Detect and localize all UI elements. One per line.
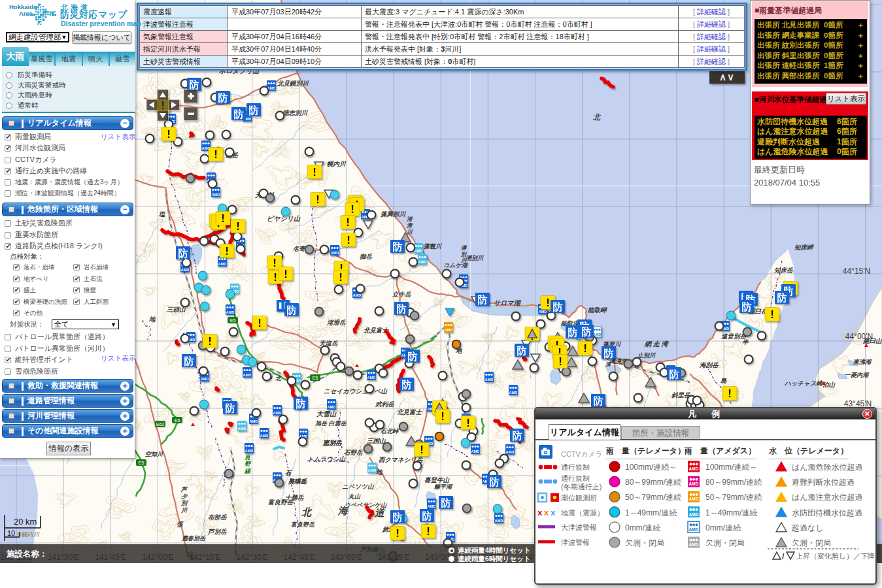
- svg-text:E5: E5: [313, 376, 318, 380]
- svg-text:防: 防: [670, 368, 679, 380]
- svg-text:東沸湖: 東沸湖: [853, 359, 872, 365]
- svg-text:E62: E62: [156, 422, 165, 427]
- svg-text:AMD: AMD: [506, 450, 515, 454]
- svg-text:防: 防: [397, 303, 407, 314]
- svg-text:防: 防: [742, 301, 752, 312]
- svg-text:知床岬: 知床岬: [794, 244, 814, 251]
- svg-text:防: 防: [582, 326, 592, 337]
- svg-text:AMD: AMD: [212, 193, 220, 197]
- svg-text:!: !: [347, 234, 350, 246]
- svg-text:防: 防: [393, 512, 403, 523]
- svg-text:AMD: AMD: [250, 419, 258, 423]
- svg-text:大雪山: 大雪山: [316, 410, 337, 417]
- svg-text:AMD: AMD: [445, 328, 453, 332]
- svg-text:!: !: [728, 387, 732, 400]
- svg-text:防: 防: [287, 304, 297, 316]
- svg-text:藻鼈川: 藻鼈川: [423, 243, 442, 250]
- svg-text:島: 島: [721, 377, 727, 384]
- svg-text:石北峠: 石北峠: [381, 428, 399, 434]
- svg-text:E5: E5: [230, 318, 236, 323]
- svg-text:AMD: AMD: [245, 449, 254, 453]
- svg-text:E5: E5: [175, 418, 180, 423]
- svg-text:!: !: [167, 128, 171, 140]
- svg-text:止別川: 止別川: [637, 352, 656, 359]
- svg-text:AMD: AMD: [331, 251, 339, 255]
- svg-text:x: x: [551, 508, 556, 517]
- svg-text:防: 防: [490, 476, 500, 487]
- svg-text:!: !: [426, 525, 430, 538]
- svg-text:AMD: AMD: [273, 411, 282, 415]
- svg-text:藻興部川: 藻興部川: [380, 210, 407, 218]
- svg-text:防: 防: [777, 292, 787, 303]
- svg-text:防: 防: [226, 402, 235, 414]
- svg-text:!: !: [420, 444, 424, 456]
- svg-text:44°00'N: 44°00'N: [845, 332, 873, 341]
- svg-text:張: 張: [177, 521, 184, 528]
- svg-text:防: 防: [402, 379, 412, 390]
- svg-text:AMD: AMD: [353, 293, 362, 297]
- svg-text:十勝岳: 十勝岳: [285, 494, 305, 501]
- svg-text:!: !: [313, 166, 316, 178]
- svg-text:AMD: AMD: [201, 377, 209, 381]
- svg-text:網 走 湾: 網 走 湾: [644, 340, 670, 348]
- svg-text:44°15'N: 44°15'N: [843, 267, 870, 276]
- svg-text:x: x: [537, 508, 543, 517]
- svg-text:AMD: AMD: [471, 449, 480, 453]
- svg-text:北: 北: [301, 506, 313, 517]
- svg-text:防: 防: [218, 92, 228, 103]
- svg-text:E5: E5: [139, 461, 144, 465]
- svg-text:塩: 塩: [158, 210, 166, 218]
- svg-text:AMD: AMD: [689, 482, 699, 486]
- svg-text:!: !: [558, 355, 562, 368]
- svg-text:滑: 滑: [406, 222, 413, 229]
- svg-text:!: !: [258, 317, 262, 329]
- svg-text:芦別岳: 芦別岳: [207, 528, 228, 535]
- svg-text:川: 川: [180, 507, 188, 514]
- svg-text:海: 海: [337, 505, 349, 516]
- svg-text:!: !: [316, 193, 320, 206]
- svg-text:天塩岳: 天塩岳: [318, 340, 339, 347]
- svg-text:!: !: [273, 257, 277, 269]
- svg-text:一菱内湖: 一菱内湖: [845, 372, 870, 378]
- svg-text:防: 防: [553, 301, 563, 312]
- svg-text:!: !: [208, 335, 212, 348]
- svg-text:ハッチャス崎: ハッチャス崎: [784, 380, 824, 387]
- svg-text:!: !: [350, 203, 354, 216]
- svg-text:AMD: AMD: [689, 542, 699, 547]
- svg-text:防: 防: [234, 108, 244, 120]
- svg-text:防: 防: [422, 510, 432, 521]
- svg-text:渚滑岳: 渚滑岳: [326, 319, 347, 326]
- svg-text:北見幌別川: 北見幌別川: [277, 80, 309, 87]
- svg-text:!: !: [466, 417, 470, 429]
- svg-text:!: !: [583, 342, 587, 355]
- svg-text:幌内川: 幌内川: [327, 160, 347, 167]
- svg-text:道: 道: [374, 507, 386, 518]
- svg-text:名寄: 名寄: [293, 245, 307, 252]
- svg-text:北見富士: 北見富士: [396, 408, 423, 416]
- svg-text:AMD: AMD: [485, 378, 494, 382]
- svg-text:AMD: AMD: [689, 527, 699, 532]
- svg-text:防: 防: [178, 248, 188, 259]
- svg-text:防: 防: [190, 79, 199, 90]
- svg-text:AMD: AMD: [368, 468, 377, 472]
- svg-text:美瑛岳: 美瑛岳: [288, 478, 307, 485]
- svg-text:喜登牛山: 喜登牛山: [424, 476, 450, 483]
- svg-text:ニセイカウシュッペ山: ニセイカウシュッペ山: [324, 387, 388, 395]
- svg-text:AMD: AMD: [509, 391, 518, 395]
- svg-text:旭岳 白雲岳: 旭岳 白雲岳: [314, 420, 347, 427]
- svg-text:防: 防: [517, 345, 527, 356]
- svg-text:能取岬: 能取岬: [588, 306, 607, 314]
- svg-text:トムラウシ山: トムラウシ山: [307, 455, 347, 463]
- svg-text:布部岳: 布部岳: [208, 514, 228, 521]
- svg-text:麓春別岳: 麓春別岳: [181, 535, 206, 542]
- svg-text:知床岳: 知床岳: [773, 267, 794, 274]
- svg-text:徳志別川: 徳志別川: [282, 109, 309, 116]
- svg-text:防: 防: [441, 497, 451, 508]
- svg-text:空知川: 空知川: [145, 451, 163, 457]
- svg-text:川: 川: [460, 257, 467, 263]
- svg-text:川: 川: [406, 229, 413, 235]
- svg-text:恵別岳: 恵別岳: [322, 439, 343, 446]
- svg-text:AMD: AMD: [689, 466, 699, 471]
- svg-text:!: !: [441, 410, 445, 423]
- svg-text:!: !: [396, 527, 399, 540]
